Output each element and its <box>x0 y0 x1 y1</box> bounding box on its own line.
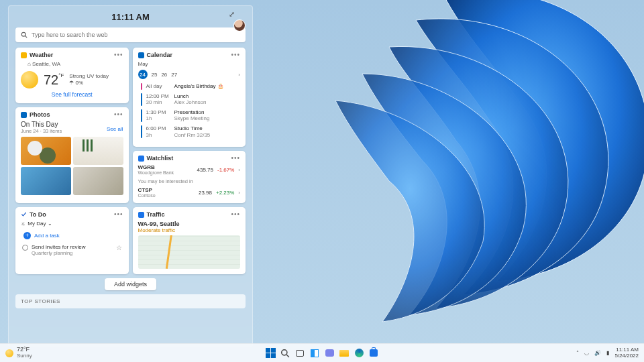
sun-outline-icon: ☼ <box>21 221 25 227</box>
calendar-event[interactable]: All day Angela's Birthday 🎂 <box>138 83 241 90</box>
traffic-map[interactable] <box>138 235 241 269</box>
weather-temp: 72 <box>44 72 58 87</box>
edge-icon[interactable] <box>353 347 365 359</box>
todo-item-sub: Quarterly planning <box>32 250 85 256</box>
calendar-month: May <box>138 61 241 67</box>
traffic-title: Traffic <box>147 211 165 218</box>
taskbar-clock[interactable]: 11:11 AM 5/24/2022 <box>614 347 639 359</box>
weather-forecast-link[interactable]: See full forecast <box>21 91 123 98</box>
task-view-icon[interactable] <box>294 347 306 359</box>
battery-icon[interactable]: ▮ <box>606 350 609 356</box>
weather-more-icon[interactable]: ••• <box>114 52 123 58</box>
start-button[interactable] <box>264 347 276 359</box>
sun-icon <box>5 349 13 357</box>
todo-icon <box>21 212 27 218</box>
todo-title: To Do <box>30 211 46 218</box>
todo-widget[interactable]: To Do ••• ☼ My Day ⌄ + Add a task Send i… <box>15 207 129 274</box>
chevron-right-icon[interactable]: › <box>238 167 240 173</box>
photo-thumbnail[interactable] <box>73 137 123 165</box>
taskbar-weather[interactable]: 72°F Sunny <box>0 347 32 359</box>
photos-widget[interactable]: Photos ••• On This Day June 24 · 33 item… <box>15 107 129 203</box>
photos-see-all-link[interactable]: See all <box>107 126 123 132</box>
weather-widget[interactable]: Weather ••• ⌂ Seattle, WA 72°F Strong UV… <box>15 48 129 103</box>
watchlist-title: Watchlist <box>147 155 174 162</box>
photos-title: Photos <box>30 111 50 118</box>
user-avatar[interactable] <box>233 19 246 32</box>
calendar-event[interactable]: 6:00 PM3h Studio TimeConf Rm 32/35 <box>138 125 241 138</box>
weather-condition: Strong UV today <box>69 73 109 80</box>
watchlist-suggestion-label: You may be interested in <box>138 178 241 184</box>
taskbar-search-icon[interactable] <box>279 347 291 359</box>
watchlist-widget[interactable]: Watchlist ••• WGRBWoodgrove Bank 435.75 … <box>133 151 246 203</box>
todo-add-task[interactable]: + Add a task <box>21 229 123 242</box>
star-icon[interactable]: ☆ <box>116 244 122 251</box>
photos-icon <box>21 112 27 118</box>
weather-icon <box>21 52 27 58</box>
todo-more-icon[interactable]: ••• <box>114 211 123 218</box>
search-icon <box>21 32 28 38</box>
tray-chevron-icon[interactable]: ˄ <box>576 350 579 356</box>
chevron-down-icon: ⌄ <box>48 221 52 227</box>
top-stories-header[interactable]: TOP STORIES <box>15 294 246 308</box>
widgets-panel: 11:11 AM ⤢ Weather ••• ⌂ Seattle, WA 72°… <box>8 5 253 347</box>
traffic-more-icon[interactable]: ••• <box>231 211 240 218</box>
calendar-title: Calendar <box>147 52 173 58</box>
traffic-icon <box>138 212 144 218</box>
watchlist-row[interactable]: CTSPContoso 23.98 +2.23% › <box>138 187 241 198</box>
panel-clock: 11:11 AM <box>111 12 150 22</box>
calendar-event[interactable]: 12:00 PM30 min LunchAlex Johnson <box>138 93 241 106</box>
photos-more-icon[interactable]: ••• <box>114 111 123 118</box>
chevron-right-icon[interactable]: › <box>238 72 240 78</box>
umbrella-icon: ☂ <box>69 80 74 86</box>
store-icon[interactable] <box>368 347 380 359</box>
todo-myday-dropdown[interactable]: ☼ My Day ⌄ <box>21 221 123 227</box>
add-widgets-button[interactable]: Add widgets <box>105 278 156 290</box>
svg-point-0 <box>21 32 25 36</box>
volume-icon[interactable]: 🔊 <box>594 350 601 356</box>
taskbar: 72°F Sunny ˄ ◡ 🔊 ▮ 11:11 AM 5/24/2022 <box>0 343 644 362</box>
location-pin-icon: ⌂ <box>28 61 31 67</box>
calendar-widget[interactable]: Calendar ••• May 24 25 26 27 › All day A… <box>133 48 246 147</box>
chevron-right-icon[interactable]: › <box>238 190 240 196</box>
calendar-event[interactable]: 1:30 PM1h PresentationSkype Meeting <box>138 109 241 122</box>
sun-icon <box>21 71 38 88</box>
photo-thumbnail[interactable] <box>21 167 71 195</box>
expand-icon[interactable]: ⤢ <box>229 10 235 19</box>
traffic-location: WA-99, Seattle <box>138 221 241 227</box>
watchlist-icon <box>138 156 144 162</box>
wifi-icon[interactable]: ◡ <box>584 350 589 356</box>
search-input[interactable] <box>32 32 240 38</box>
file-explorer-icon[interactable] <box>338 347 350 359</box>
watchlist-more-icon[interactable]: ••• <box>231 155 240 162</box>
weather-title: Weather <box>30 52 53 58</box>
widgets-taskbar-icon[interactable] <box>309 347 321 359</box>
todo-checkbox[interactable] <box>22 245 28 251</box>
calendar-day-selected[interactable]: 24 <box>138 70 148 79</box>
calendar-icon <box>138 52 144 58</box>
calendar-day-strip[interactable]: 24 25 26 27 › <box>138 70 241 79</box>
traffic-widget[interactable]: Traffic ••• WA-99, Seattle Moderate traf… <box>133 207 246 274</box>
todo-item-title: Send invites for review <box>32 244 85 250</box>
calendar-more-icon[interactable]: ••• <box>231 52 240 58</box>
svg-point-2 <box>282 349 287 355</box>
watchlist-row[interactable]: WGRBWoodgrove Bank 435.75 -1.67% › <box>138 164 241 175</box>
weather-location: Seattle, WA <box>32 61 60 67</box>
plus-icon: + <box>23 232 31 239</box>
photo-thumbnail[interactable] <box>21 137 71 165</box>
svg-line-1 <box>25 36 28 38</box>
photo-thumbnail[interactable] <box>73 167 123 195</box>
traffic-status: Moderate traffic <box>138 227 241 233</box>
svg-line-3 <box>286 355 289 357</box>
search-bar[interactable] <box>15 27 246 42</box>
chat-icon[interactable] <box>323 347 335 359</box>
todo-item[interactable]: Send invites for review Quarterly planni… <box>21 242 123 258</box>
